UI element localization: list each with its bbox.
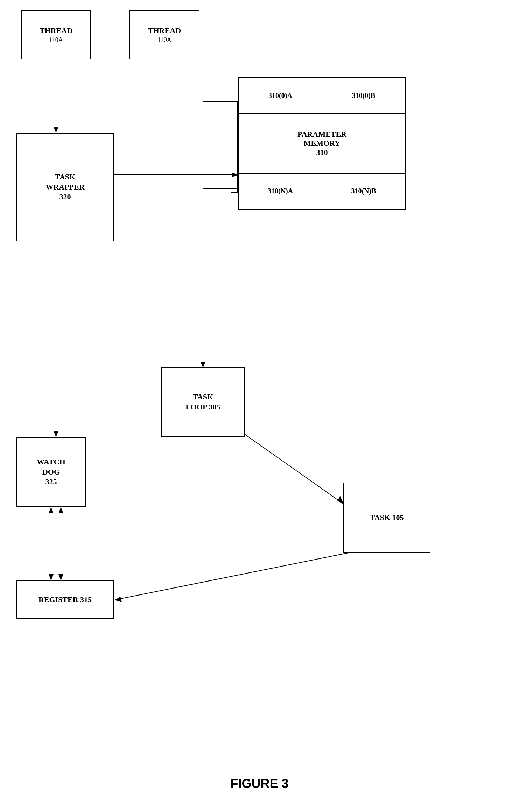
register-label: REGISTER 315 [38, 595, 92, 605]
thread1-box: THREAD 110A [21, 10, 91, 59]
watchdog-box: WATCHDOG325 [16, 437, 86, 507]
thread1-label: THREAD [40, 26, 72, 36]
task105-box: TASK 105 [343, 483, 430, 553]
diagram: THREAD 110A THREAD 110A TASKWRAPPER320 3… [0, 0, 519, 812]
task-loop-box: TASKLOOP 305 [161, 367, 245, 437]
param-cell-top-right: 310(0)B [322, 78, 405, 113]
thread1-sublabel: 110A [49, 36, 63, 44]
thread2-box: THREAD 110A [129, 10, 199, 59]
param-cell-top-left: 310(0)A [239, 78, 322, 113]
task-wrapper-label: TASKWRAPPER320 [45, 172, 84, 202]
svg-marker-12 [49, 507, 54, 513]
task-wrapper-box: TASKWRAPPER320 [16, 133, 114, 241]
register-box: REGISTER 315 [16, 580, 114, 619]
thread2-label: THREAD [148, 26, 181, 36]
thread2-sublabel: 110A [157, 36, 171, 44]
svg-marker-14 [58, 574, 63, 580]
svg-marker-17 [115, 597, 122, 602]
svg-marker-15 [58, 507, 63, 513]
watchdog-label: WATCHDOG325 [37, 457, 65, 487]
svg-line-16 [115, 553, 350, 600]
svg-marker-4 [232, 172, 238, 177]
task-loop-label: TASKLOOP 305 [185, 392, 220, 412]
param-cell-bot-right: 310(N)B [322, 173, 405, 209]
param-cell-bot-left: 310(N)A [239, 173, 322, 209]
task105-label: TASK 105 [370, 513, 404, 523]
svg-marker-9 [54, 431, 58, 437]
figure-label: FIGURE 3 [230, 776, 288, 791]
svg-marker-11 [49, 574, 54, 580]
svg-marker-2 [54, 127, 58, 133]
parameter-memory-box: 310(0)A 310(0)B PARAMETERMEMORY310 310(N… [238, 77, 406, 210]
param-center-label: PARAMETERMEMORY310 [239, 113, 405, 173]
